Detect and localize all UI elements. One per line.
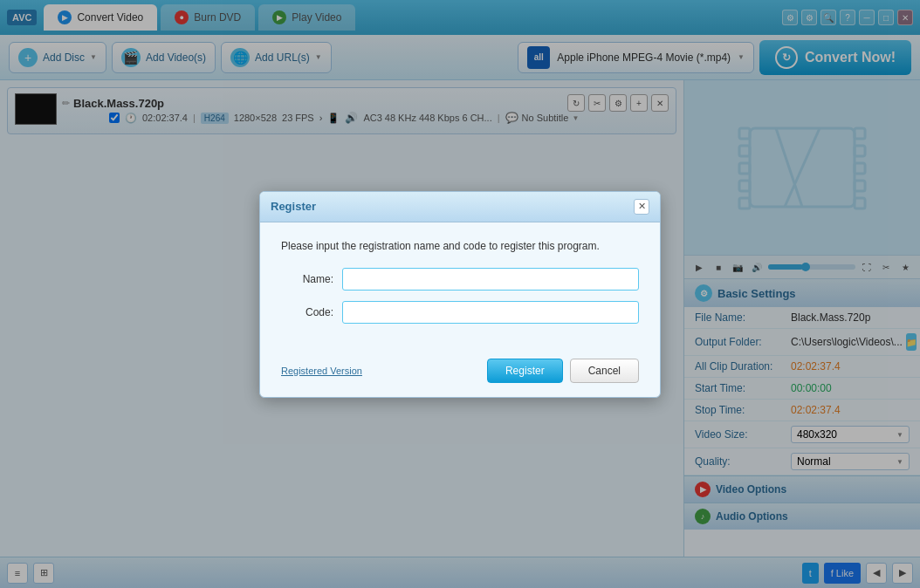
dialog-body: Please input the registration name and c… bbox=[260, 222, 660, 352]
dialog-buttons: Register Cancel bbox=[487, 359, 639, 383]
dialog-close-button[interactable]: ✕ bbox=[634, 199, 649, 215]
registered-version-link[interactable]: Registered Version bbox=[281, 366, 362, 376]
register-dialog: Register ✕ Please input the registration… bbox=[259, 191, 661, 398]
code-label: Code: bbox=[281, 306, 333, 318]
name-label: Name: bbox=[281, 273, 333, 285]
dialog-overlay: Register ✕ Please input the registration… bbox=[0, 0, 920, 588]
name-input[interactable] bbox=[342, 268, 639, 291]
cancel-button[interactable]: Cancel bbox=[570, 359, 639, 383]
dialog-footer: Registered Version Register Cancel bbox=[260, 352, 660, 397]
dialog-title-bar: Register ✕ bbox=[260, 192, 660, 222]
register-button[interactable]: Register bbox=[487, 359, 563, 383]
dialog-description: Please input the registration name and c… bbox=[281, 240, 639, 252]
name-field-row: Name: bbox=[281, 268, 639, 291]
code-input[interactable] bbox=[342, 301, 639, 324]
code-field-row: Code: bbox=[281, 301, 639, 324]
dialog-title: Register bbox=[271, 200, 316, 213]
